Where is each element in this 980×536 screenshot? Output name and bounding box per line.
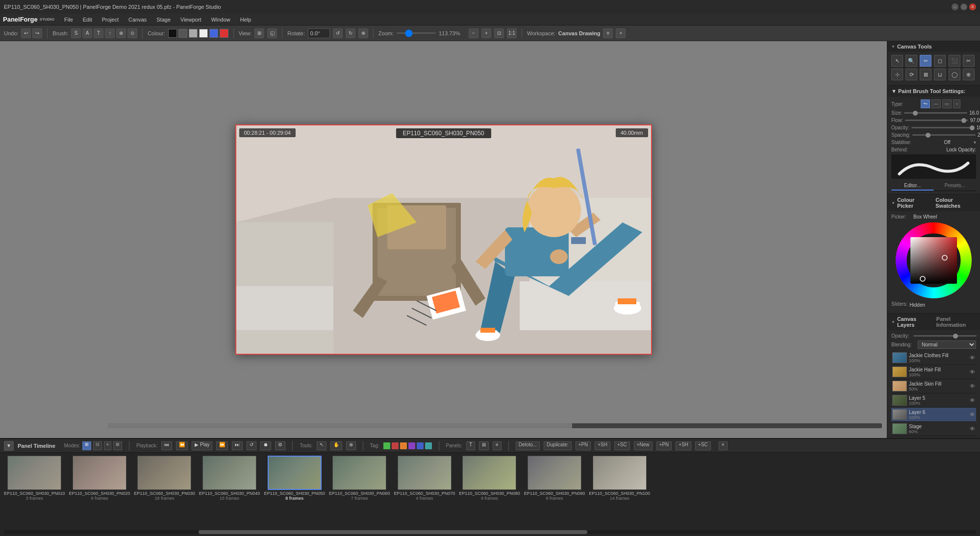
tool-extra[interactable]: ✂ <box>963 55 975 67</box>
thumbnail-pn020[interactable]: EP110_SC060_SH030_PN020 8 frames <box>69 456 130 527</box>
close-button[interactable]: ✕ <box>969 3 976 10</box>
layer-jackie-skin[interactable]: Jackie Skin Fill 50% 👁 <box>891 379 976 393</box>
thumbnail-pn060[interactable]: EP110_SC060_SH030_PN060 7 frames <box>329 456 390 527</box>
rotate-btn-3[interactable]: ⊕ <box>358 28 368 38</box>
colour-picker-header[interactable]: ▼ Colour Picker Colour Swatches <box>887 195 980 211</box>
playback-settings-btn[interactable]: ⚙ <box>275 441 285 450</box>
playback-record-btn[interactable]: ⏺ <box>260 441 271 450</box>
opacity-slider[interactable] <box>911 127 975 128</box>
tag-teal[interactable] <box>425 442 432 449</box>
brush-tool-2[interactable]: A <box>82 28 92 38</box>
playback-prev-btn[interactable]: ⏪ <box>176 441 188 450</box>
canvas-scrollbar-thumb[interactable] <box>108 423 572 428</box>
tool-eraser[interactable]: ◻ <box>934 55 946 67</box>
tag-purple[interactable] <box>408 442 415 449</box>
layer-6[interactable]: Layer 6 100% 👁 <box>891 408 976 422</box>
add-pn-btn[interactable]: +PN <box>576 441 591 450</box>
thumbnail-pn100[interactable]: EP110_SC060_SH030_PN100 14 frames <box>589 456 650 527</box>
zoom-fit-btn[interactable]: ⊡ <box>494 28 504 38</box>
tool-pen[interactable]: ✏ <box>920 55 931 67</box>
brush-tool-3[interactable]: T <box>94 28 103 38</box>
layer-eye-clothes[interactable]: 👁 <box>970 355 975 361</box>
timeline-collapse-btn[interactable]: ▼ <box>4 441 14 451</box>
brush-tool-5[interactable]: ⊕ <box>116 28 126 38</box>
color-swatch-dark[interactable] <box>178 29 187 38</box>
size-slider[interactable] <box>904 112 967 114</box>
thumbnail-pn070[interactable]: EP110_SC060_SH030_PN070 4 frames <box>394 456 455 527</box>
new-btn[interactable]: +New <box>634 441 653 450</box>
menu-viewport[interactable]: Viewport <box>176 16 206 24</box>
menu-stage[interactable]: Stage <box>151 16 176 24</box>
zoom-in-btn[interactable]: + <box>481 28 491 38</box>
tl-tool-hand[interactable]: ✋ <box>330 441 342 450</box>
menu-window[interactable]: Window <box>206 16 235 24</box>
minimize-button[interactable]: − <box>952 3 958 10</box>
view-btn-1[interactable]: ⊞ <box>254 28 264 38</box>
brush-type-wave[interactable]: 〜 <box>921 99 930 108</box>
tl-tool-more[interactable]: ⊕ <box>346 441 356 450</box>
brush-tool-6[interactable]: ⊙ <box>127 28 137 38</box>
menu-edit[interactable]: Edit <box>78 16 97 24</box>
playback-next-btn[interactable]: ⏩ <box>216 441 228 450</box>
rotate-btn-1[interactable]: ↺ <box>333 28 343 38</box>
color-swatch-mid[interactable] <box>189 29 198 38</box>
maximize-button[interactable]: □ <box>960 3 967 10</box>
color-swatch-black[interactable] <box>168 29 177 38</box>
tag-blue[interactable] <box>417 442 424 449</box>
color-swatch-red[interactable] <box>220 29 228 38</box>
duplicate-btn[interactable]: Duplicate: <box>544 441 571 450</box>
layer-stage[interactable]: Stage 60% 👁 <box>891 422 976 436</box>
rotate-input[interactable] <box>308 28 330 38</box>
layer-eye-5[interactable]: 👁 <box>970 397 975 403</box>
thumbnail-pn090[interactable]: EP110_SC060_SH030_PN090 9 frames <box>524 456 585 527</box>
menu-help[interactable]: Help <box>235 16 256 24</box>
redo-button[interactable]: ↪ <box>32 28 42 38</box>
delete-btn[interactable]: Deloto... <box>516 441 540 450</box>
panels-text-btn[interactable]: T <box>466 441 475 450</box>
tool-lasso[interactable]: ⊔ <box>934 69 946 80</box>
tag-orange[interactable] <box>400 442 407 449</box>
timeline-close-btn[interactable]: × <box>719 441 728 450</box>
layer-jackie-hair[interactable]: Jackie Hair Fill 100% 👁 <box>891 365 976 379</box>
layers-opacity-slider[interactable] <box>913 335 977 337</box>
playback-play-btn[interactable]: ▶ Play <box>192 441 212 450</box>
flow-slider[interactable] <box>905 120 968 121</box>
layer-eye-stage[interactable]: 👁 <box>970 426 975 432</box>
new-sc-btn[interactable]: +SC <box>695 441 711 450</box>
brush-type-circ[interactable]: ○ <box>953 99 960 108</box>
playback-start-btn[interactable]: ⏮ <box>161 441 172 450</box>
brush-tool-4[interactable]: ↑ <box>105 28 115 38</box>
blending-select[interactable]: Normal Multiply Screen Overlay <box>918 341 976 349</box>
tool-fill[interactable]: ⬛ <box>949 55 960 67</box>
layer-eye-hair[interactable]: 👁 <box>970 369 975 375</box>
color-wheel-container[interactable] <box>891 222 976 298</box>
panels-grid-btn[interactable]: ⊞ <box>479 441 489 450</box>
workspace-add-btn[interactable]: + <box>616 28 626 38</box>
new-pn-btn[interactable]: +PN <box>656 441 672 450</box>
zoom-out-btn[interactable]: − <box>469 28 478 38</box>
tag-red[interactable] <box>392 442 399 449</box>
panel-info-tab[interactable]: Panel Information <box>936 316 976 328</box>
brush-settings-header[interactable]: ▼ Paint Brush Tool Settings: <box>887 86 980 97</box>
color-wheel-svg[interactable] <box>896 222 972 298</box>
mode-btn-2[interactable]: ⊟ <box>93 441 102 450</box>
panels-list-btn[interactable]: ≡ <box>493 441 502 450</box>
new-sh-btn[interactable]: +SH <box>676 441 691 450</box>
rotate-btn-2[interactable]: ↻ <box>346 28 355 38</box>
thumbnail-pn010[interactable]: EP110_SC060_SH030_PN010 3 frames <box>4 456 65 527</box>
brush-type-rect[interactable]: ▭ <box>942 99 952 108</box>
tool-rotate[interactable]: ⟳ <box>905 69 917 80</box>
tool-more[interactable]: ⊕ <box>963 69 975 80</box>
tool-transform[interactable]: ⊹ <box>891 69 903 80</box>
menu-file[interactable]: File <box>59 16 78 24</box>
tag-green[interactable] <box>383 442 390 449</box>
canvas-tools-header[interactable]: ▼ Canvas Tools <box>887 41 980 52</box>
thumbnail-pn080[interactable]: EP110_SC060_SH030_PN080 9 frames <box>459 456 520 527</box>
editor-tab[interactable]: Editor... <box>891 181 934 191</box>
canvas-scrollbar-h[interactable] <box>108 423 882 428</box>
menu-project[interactable]: Project <box>97 16 124 24</box>
canvas-image[interactable]: 00:28:21 - 00:29:04 EP110_SC060_SH030_PN… <box>235 124 652 355</box>
tool-search[interactable]: 🔍 <box>905 55 917 67</box>
presets-tab[interactable]: Presets... <box>934 181 977 191</box>
canvas-container[interactable]: 00:28:21 - 00:29:04 EP110_SC060_SH030_PN… <box>235 124 652 355</box>
